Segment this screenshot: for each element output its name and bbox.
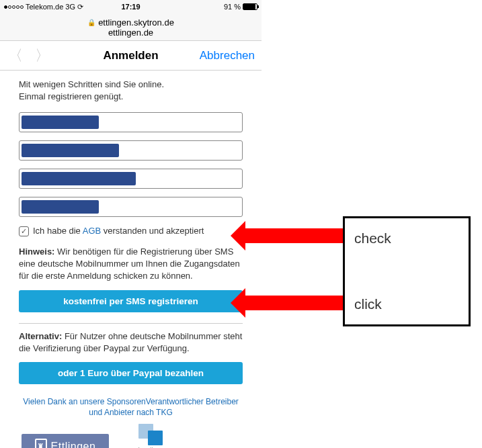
annotation-box: check click <box>343 216 471 326</box>
address-bar[interactable]: 🔒ettlingen.skytron.de ettlingen.de <box>0 13 262 41</box>
paypal-button[interactable]: oder 1 Euro über Paypal bezahlen <box>19 362 243 384</box>
lock-icon: 🔒 <box>87 19 95 26</box>
forward-button[interactable]: 〉 <box>35 46 50 66</box>
battery-icon <box>243 3 257 10</box>
footer-text: Vielen Dank an unsere SponsorenVerantwor… <box>19 396 243 419</box>
url-sub: ettlingen.de <box>0 28 262 38</box>
input-field-4[interactable] <box>19 197 243 217</box>
carrier-label: Telekom.de <box>26 3 63 11</box>
url-host: ettlingen.skytron.de <box>98 17 174 28</box>
input-field-3[interactable] <box>19 169 243 189</box>
agb-label: Ich habe die AGB verstanden und akzeptie… <box>33 225 204 237</box>
skytron-icon <box>138 424 167 447</box>
annotation-check-label: check <box>354 230 459 247</box>
intro-text: Mit wenigen Schritten sind Sie online. E… <box>19 79 243 103</box>
sponsor-skytron-logo: http://www. skytron de <box>129 424 175 448</box>
network-label: 3G <box>65 3 75 11</box>
agb-checkbox[interactable]: ✓ <box>19 226 29 236</box>
input-field-1[interactable] <box>19 112 243 132</box>
annotation-click-label: click <box>354 296 459 312</box>
annotation-arrow-check <box>245 228 343 243</box>
alternative-text: Alternativ: Für Nutzer ohne deutsche Mob… <box>19 330 243 355</box>
castle-icon: ♜ <box>35 439 47 448</box>
battery-label: 91 % <box>224 3 241 11</box>
divider <box>19 323 243 324</box>
status-bar: Telekom.de 3G ⟳ 17:19 91 % <box>0 0 262 13</box>
signal-dots-icon <box>4 5 24 9</box>
input-field-2[interactable] <box>19 140 243 161</box>
clock: 17:19 <box>121 3 140 11</box>
register-sms-button[interactable]: kostenfrei per SMS registrieren <box>19 290 243 312</box>
agb-link[interactable]: AGB <box>83 226 101 236</box>
cancel-button[interactable]: Abbrechen <box>200 49 255 62</box>
sponsor-ettlingen-logo: ♜ Ettlingen <box>22 434 109 448</box>
loading-icon: ⟳ <box>77 3 83 11</box>
toolbar: 〈 〉 Anmelden Abbrechen <box>0 41 262 71</box>
hint-text: Hinweis: Wir benötigen für die Registrie… <box>19 246 243 283</box>
page-title: Anmelden <box>103 49 158 62</box>
annotation-arrow-click <box>245 296 343 310</box>
back-button[interactable]: 〈 <box>8 46 23 66</box>
